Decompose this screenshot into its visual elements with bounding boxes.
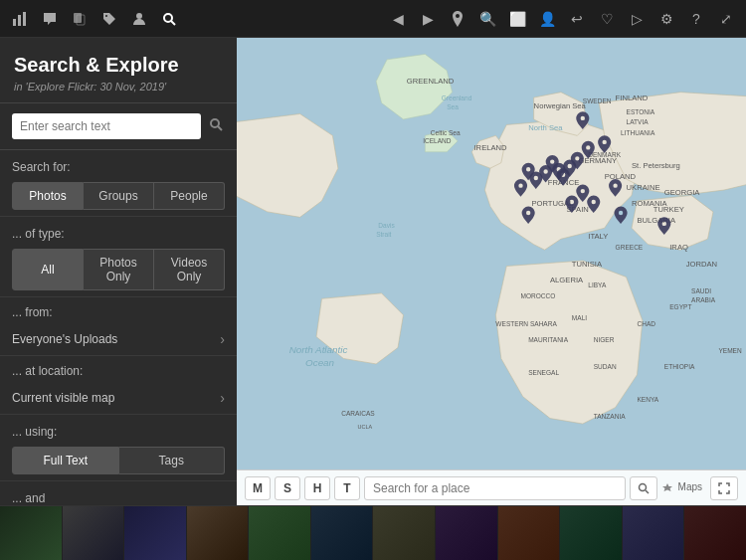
svg-text:Sea: Sea xyxy=(447,103,459,110)
type-label: ... of type: xyxy=(12,227,225,241)
svg-text:SWEDEN: SWEDEN xyxy=(583,97,612,104)
svg-text:WESTERN SAHARA: WESTERN SAHARA xyxy=(495,320,557,327)
location-value: Current visible map xyxy=(12,391,220,405)
svg-text:JORDAN: JORDAN xyxy=(686,260,717,269)
using-label: ... using: xyxy=(12,425,225,439)
main-content: Search & Explore in 'Explore Flickr: 30 … xyxy=(0,38,746,505)
svg-text:IRELAND: IRELAND xyxy=(474,143,508,152)
heart-icon[interactable]: ♡ xyxy=(595,7,619,31)
thumbnail-10[interactable] xyxy=(622,506,684,560)
map-m-btn[interactable]: M xyxy=(245,476,271,500)
thumbnail-11[interactable] xyxy=(683,506,746,560)
search-for-btn-group: Photos Groups People xyxy=(12,182,225,210)
all-type-btn[interactable]: All xyxy=(12,249,84,290)
thumbnail-strip xyxy=(0,505,746,560)
thumbnail-2[interactable] xyxy=(123,506,186,560)
tags-btn[interactable]: Tags xyxy=(119,447,226,474)
search-toolbar-icon[interactable]: 🔍 xyxy=(475,7,499,31)
forward-icon[interactable]: ▶ xyxy=(416,7,440,31)
svg-text:TUNISIA: TUNISIA xyxy=(572,260,603,269)
svg-text:CHAD: CHAD xyxy=(637,320,655,327)
expand-icon[interactable]: ⤢ xyxy=(714,7,738,31)
tag-icon[interactable] xyxy=(97,7,121,31)
thumbnail-1[interactable] xyxy=(62,506,124,560)
bar-chart-icon[interactable] xyxy=(8,7,32,31)
thumbnail-5[interactable] xyxy=(310,506,373,560)
map-search-input[interactable] xyxy=(364,476,626,500)
map-search-button[interactable] xyxy=(630,476,657,500)
from-value: Everyone's Uploads xyxy=(12,332,220,346)
groups-btn[interactable]: Groups xyxy=(84,182,154,210)
videos-only-btn[interactable]: Videos Only xyxy=(154,249,225,290)
svg-rect-0 xyxy=(13,19,16,26)
svg-text:GERMANY: GERMANY xyxy=(578,156,617,165)
thumbnail-9[interactable] xyxy=(559,506,622,560)
from-arrow-icon: › xyxy=(220,331,225,347)
map-svg: GREENLAND ICELAND FINLAND ESTONIA LATVIA… xyxy=(237,38,746,505)
svg-text:YEMEN: YEMEN xyxy=(718,347,742,354)
svg-text:GREECE: GREECE xyxy=(616,244,644,251)
svg-text:LATVIA: LATVIA xyxy=(627,118,650,125)
svg-text:ETHIOPIA: ETHIOPIA xyxy=(664,363,695,370)
svg-text:TURKEY: TURKEY xyxy=(653,205,684,214)
square-toolbar-icon[interactable]: ⬜ xyxy=(505,7,529,31)
map-s-btn[interactable]: S xyxy=(275,476,300,500)
map-expand-button[interactable] xyxy=(710,476,738,500)
svg-text:North Sea: North Sea xyxy=(528,123,563,132)
map-t-btn[interactable]: T xyxy=(334,476,360,500)
svg-rect-2 xyxy=(23,12,26,26)
svg-text:Strait: Strait xyxy=(376,231,391,238)
svg-point-6 xyxy=(164,14,172,22)
svg-text:MALI: MALI xyxy=(572,314,587,321)
svg-text:Norwegian Sea: Norwegian Sea xyxy=(534,101,587,110)
search-input[interactable] xyxy=(12,113,201,139)
thumbnail-4[interactable] xyxy=(248,506,310,560)
search-nav-icon[interactable] xyxy=(157,7,181,31)
svg-text:Ocean: Ocean xyxy=(305,357,334,368)
svg-text:Greenland: Greenland xyxy=(442,94,472,101)
map-area[interactable]: GREENLAND ICELAND FINLAND ESTONIA LATVIA… xyxy=(237,38,746,505)
thumbnail-3[interactable] xyxy=(186,506,249,560)
svg-text:Davis: Davis xyxy=(378,222,395,229)
play-icon[interactable]: ▷ xyxy=(625,7,649,31)
svg-text:SUDAN: SUDAN xyxy=(594,363,617,370)
people-btn[interactable]: People xyxy=(154,182,225,210)
person-toolbar-icon[interactable]: 👤 xyxy=(535,7,559,31)
svg-text:IRAQ: IRAQ xyxy=(669,243,688,252)
svg-rect-1 xyxy=(18,15,21,26)
using-btn-group: Full Text Tags xyxy=(12,447,225,474)
thumbnail-8[interactable] xyxy=(497,506,560,560)
top-toolbar: ◀ ▶ 🔍 ⬜ 👤 ↩ ♡ ▷ ⚙ ? ⤢ xyxy=(0,0,746,38)
svg-text:CARAICAS: CARAICAS xyxy=(341,410,375,417)
sidebar-title: Search & Explore xyxy=(14,54,223,77)
map-h-btn[interactable]: H xyxy=(304,476,330,500)
using-section: ... using: Full Text Tags xyxy=(0,415,237,481)
thumbnail-7[interactable] xyxy=(435,506,497,560)
svg-text:ARABIA: ARABIA xyxy=(691,296,716,303)
share-icon[interactable]: ↩ xyxy=(565,7,589,31)
sidebar: Search & Explore in 'Explore Flickr: 30 … xyxy=(0,38,237,505)
pages-icon[interactable] xyxy=(68,7,92,31)
thumbnail-6[interactable] xyxy=(372,506,435,560)
chat-icon[interactable] xyxy=(38,7,62,31)
location-label: ... at location: xyxy=(0,356,237,382)
map-bottom-bar: M S H T Maps xyxy=(237,469,746,505)
person-nav-icon[interactable] xyxy=(127,7,151,31)
svg-text:ICELAND: ICELAND xyxy=(423,137,452,144)
photos-btn[interactable]: Photos xyxy=(12,182,84,210)
thumbnail-0[interactable] xyxy=(0,506,62,560)
sidebar-header: Search & Explore in 'Explore Flickr: 30 … xyxy=(0,38,237,103)
search-submit-button[interactable] xyxy=(207,115,225,137)
svg-text:Celtic Sea: Celtic Sea xyxy=(431,129,461,136)
svg-text:TANZANIA: TANZANIA xyxy=(594,413,627,420)
svg-text:KENYA: KENYA xyxy=(637,396,658,403)
back-icon[interactable]: ◀ xyxy=(386,7,410,31)
gear-icon[interactable]: ⚙ xyxy=(654,7,678,31)
full-text-btn[interactable]: Full Text xyxy=(12,447,119,474)
svg-text:LIBYA: LIBYA xyxy=(588,281,607,288)
location-pin-toolbar-icon[interactable] xyxy=(446,7,469,31)
help-icon[interactable]: ? xyxy=(684,7,708,31)
photos-only-btn[interactable]: Photos Only xyxy=(84,249,154,290)
from-row[interactable]: Everyone's Uploads › xyxy=(0,323,237,356)
location-row[interactable]: Current visible map › xyxy=(0,382,237,415)
